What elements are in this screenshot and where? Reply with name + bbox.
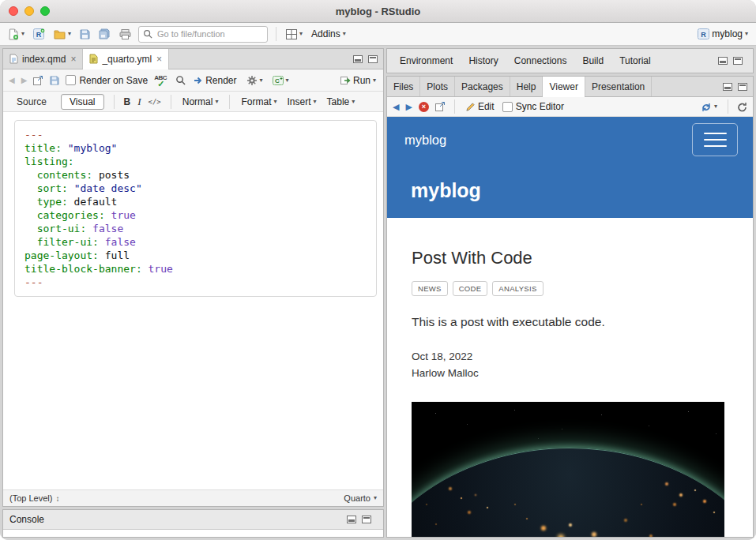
publish-button[interactable]: ▾ [699, 100, 719, 114]
new-project-button[interactable]: R [32, 27, 47, 41]
maximize-pane-button[interactable] [362, 516, 371, 523]
forward-icon[interactable]: ▶ [21, 76, 28, 84]
post-meta: Oct 18, 2022 Harlow Malloc [412, 348, 724, 381]
pane-layout-button[interactable]: ▾ [284, 28, 304, 41]
sync-editor-label: Sync Editor [516, 101, 564, 112]
visual-editor-toolbar: Source Visual B I </> Normal ▾ Format ▾ [3, 92, 383, 112]
code-format-button[interactable]: </> [149, 98, 161, 106]
viewer-popout-icon[interactable] [435, 102, 446, 111]
insert-menu[interactable]: Insert ▾ [286, 95, 318, 109]
editor-statusbar: (Top Level) ↕ Quarto ▾ [3, 489, 383, 506]
qmd-file-icon [9, 54, 18, 64]
maximize-pane-button[interactable] [733, 57, 743, 65]
tab-plots[interactable]: Plots [420, 77, 455, 96]
tab-history[interactable]: History [461, 49, 506, 73]
spellcheck-icon[interactable]: ABC ✓ [154, 74, 169, 87]
post-title: Post With Code [412, 248, 724, 268]
render-options-button[interactable]: ▾ [245, 73, 265, 88]
check-icon: ✓ [157, 79, 164, 89]
minimize-pane-button[interactable] [718, 57, 728, 65]
render-on-save-checkbox[interactable] [66, 75, 76, 85]
chevron-down-icon: ▾ [314, 99, 317, 105]
paragraph-style-dropdown[interactable]: Normal ▾ [181, 95, 220, 109]
navbar-brand-link[interactable]: myblog [404, 133, 446, 148]
tab-label: _quarto.yml [102, 54, 152, 65]
console-body[interactable] [3, 530, 383, 537]
stars-decoration [412, 402, 412, 403]
save-button[interactable] [78, 28, 92, 41]
category-badge[interactable]: NEWS [412, 281, 448, 296]
tab-close-icon[interactable]: × [156, 54, 162, 64]
print-button[interactable] [118, 28, 133, 41]
minimize-pane-button[interactable] [723, 83, 732, 91]
tab-tutorial[interactable]: Tutorial [611, 49, 659, 73]
r-project-icon: R [698, 28, 709, 39]
window-title: myblog - RStudio [0, 6, 756, 17]
rstudio-window: myblog - RStudio ▾ R ▾ ▾ [0, 0, 756, 540]
project-menu-button[interactable]: R myblog ▾ [696, 27, 750, 41]
traffic-lights [9, 6, 50, 16]
sync-editor-checkbox[interactable] [502, 102, 513, 112]
tab-help[interactable]: Help [510, 77, 543, 96]
close-window-button[interactable] [9, 6, 18, 16]
save-icon [80, 29, 90, 39]
italic-button[interactable]: I [137, 96, 141, 108]
minimize-pane-button[interactable] [347, 516, 356, 523]
popout-icon[interactable] [33, 76, 43, 85]
bold-button[interactable]: B [124, 96, 131, 107]
tab-presentation[interactable]: Presentation [585, 77, 652, 96]
insert-chunk-button[interactable]: C ▾ [271, 74, 291, 87]
chevron-down-icon: ▾ [745, 31, 748, 37]
category-badge[interactable]: CODE [453, 281, 488, 296]
menu-toggle-button[interactable] [692, 123, 738, 156]
render-arrow-icon [194, 76, 203, 85]
insert-chunk-icon: C [273, 76, 284, 85]
minimize-pane-button[interactable] [353, 55, 363, 63]
format-menu[interactable]: Format ▾ [239, 95, 278, 109]
open-file-button[interactable]: ▾ [52, 28, 73, 41]
find-icon[interactable] [175, 75, 186, 85]
category-badge[interactable]: ANALYSIS [492, 281, 543, 296]
viewer-stop-icon[interactable]: × [419, 102, 429, 112]
edit-button[interactable]: Edit [464, 99, 496, 114]
tab-build[interactable]: Build [574, 49, 611, 73]
document-mode-dropdown[interactable]: Quarto [344, 493, 370, 503]
tab-index-qmd[interactable]: index.qmd × [3, 49, 83, 69]
chevron-down-icon: ▾ [21, 31, 24, 37]
addins-button[interactable]: Addins ▾ [310, 27, 348, 41]
viewer-forward-icon[interactable]: ▶ [405, 102, 412, 112]
maximize-pane-button[interactable] [368, 55, 378, 63]
zoom-window-button[interactable] [40, 6, 50, 16]
environment-pane: Environment History Connections Build Tu… [386, 48, 754, 73]
new-file-button[interactable]: ▾ [6, 27, 26, 42]
tab-viewer[interactable]: Viewer [543, 77, 585, 96]
viewer-back-icon[interactable]: ◀ [393, 102, 399, 112]
tab-connections[interactable]: Connections [506, 49, 575, 73]
minimize-window-button[interactable] [24, 6, 34, 16]
save-all-button[interactable] [97, 27, 112, 41]
refresh-icon[interactable] [737, 102, 747, 112]
tab-close-icon[interactable]: × [70, 54, 76, 64]
maximize-pane-button[interactable] [738, 83, 747, 91]
save-icon[interactable] [50, 76, 59, 85]
render-button[interactable]: Render [192, 73, 238, 88]
editor-body[interactable]: ---title: "myblog"listing: contents: pos… [3, 112, 383, 489]
updown-icon: ↕ [55, 494, 59, 503]
toolbar-separator [229, 95, 230, 109]
tab-files[interactable]: Files [387, 77, 420, 96]
run-button[interactable]: Run ▾ [339, 73, 378, 88]
scope-indicator[interactable]: (Top Level) [9, 493, 52, 503]
visual-mode-button[interactable]: Visual [61, 94, 103, 110]
pane-window-buttons [348, 49, 383, 69]
tab-quarto-yml[interactable]: _quarto.yml × [83, 49, 169, 69]
yaml-metadata-block[interactable]: ---title: "myblog"listing: contents: pos… [14, 120, 377, 297]
goto-file-input[interactable] [156, 28, 263, 39]
table-menu[interactable]: Table ▾ [325, 95, 357, 109]
back-icon[interactable]: ◀ [9, 76, 15, 84]
post-date: Oct 18, 2022 [412, 348, 724, 365]
source-mode-button[interactable]: Source [9, 95, 54, 109]
preview-navbar: myblog [387, 117, 753, 163]
tab-packages[interactable]: Packages [455, 77, 510, 96]
yaml-code[interactable]: ---title: "myblog"listing: contents: pos… [24, 128, 367, 289]
tab-environment[interactable]: Environment [392, 49, 461, 73]
